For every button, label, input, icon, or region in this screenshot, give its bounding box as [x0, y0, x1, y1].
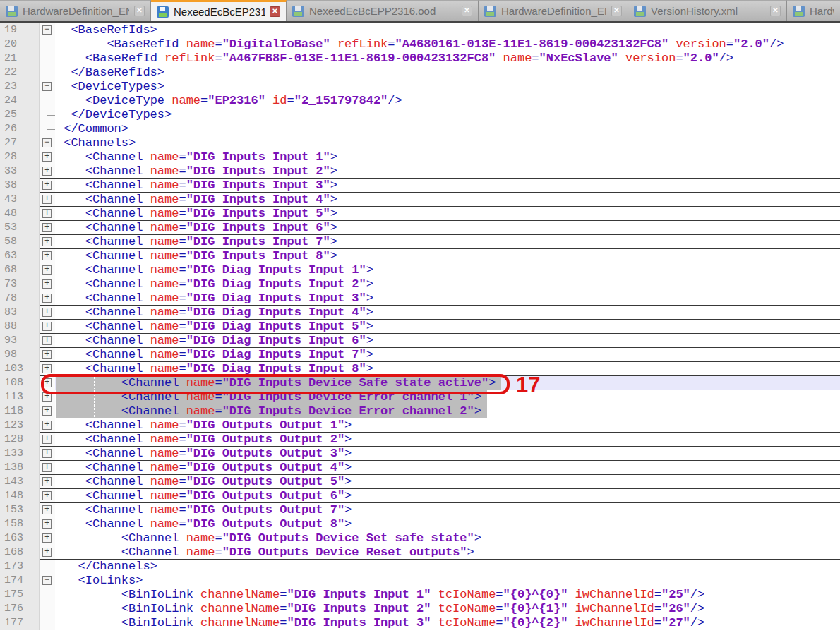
code-text-area[interactable]: <Channel name="DIG Outputs Output 4"> [55, 461, 840, 475]
code-text-area[interactable]: <Channel name="DIG Diag Inputs Input 7"> [55, 348, 840, 362]
fold-expand-icon[interactable]: + [42, 223, 52, 232]
code-text-area[interactable]: </DeviceTypes> [55, 108, 840, 122]
fold-expand-icon[interactable]: + [42, 449, 52, 458]
fold-collapse-icon[interactable]: − [42, 138, 52, 147]
fold-expand-icon[interactable]: + [42, 294, 52, 303]
tab-Hardwa[interactable]: Hardwa [787, 0, 840, 21]
fold-expand-icon[interactable]: + [42, 308, 52, 317]
fold-collapse-icon[interactable]: − [42, 82, 52, 91]
code-text-area[interactable]: <Channel name="DIG Inputs Input 2"> [55, 164, 840, 179]
code-text-area[interactable]: <BinIoLink channelName="DIG Inputs Input… [55, 602, 840, 616]
code-text-area[interactable]: <Channel name="DIG Inputs Input 4"> [55, 193, 840, 207]
close-icon[interactable]: ✕ [770, 6, 781, 16]
fold-expand-icon[interactable]: + [42, 519, 52, 529]
fold-expand-icon[interactable]: + [42, 463, 52, 472]
close-icon[interactable]: ✕ [611, 6, 622, 16]
fold-collapse-icon[interactable]: − [42, 576, 52, 585]
fold-margin [40, 108, 55, 122]
code-text: <BinIoLink channelName="DIG Inputs Input… [55, 588, 704, 602]
fold-expand-icon[interactable]: + [42, 209, 52, 218]
code-text-area[interactable]: <BaseRefIds> [55, 23, 840, 37]
code-text-area[interactable]: <Channel name="DIG Outputs Output 7"> [55, 503, 840, 517]
fold-expand-icon[interactable]: + [42, 505, 52, 514]
code-text-area[interactable]: <Channel name="DIG Diag Inputs Input 5"> [55, 320, 840, 334]
code-text-area[interactable]: <DeviceType name="EP2316" id="2_15179784… [55, 94, 840, 108]
fold-expand-icon[interactable]: + [42, 167, 52, 176]
code-text-area[interactable]: <Channels> [55, 136, 840, 150]
tab-VersionHistory.xml[interactable]: VersionHistory.xml✕ [628, 0, 787, 21]
code-text-area[interactable]: <Channel name="DIG Diag Inputs Input 6"> [55, 334, 840, 348]
code-text: <Channel name="DIG Diag Inputs Input 3"> [55, 291, 373, 306]
fold-expand-icon[interactable]: + [42, 477, 52, 486]
close-icon[interactable]: ✕ [134, 6, 145, 16]
code-text-area[interactable]: <Channel name="DIG Inputs Input 5"> [55, 207, 840, 221]
fold-expand-icon[interactable]: + [42, 265, 52, 275]
fold-expand-icon[interactable]: + [42, 548, 52, 557]
code-text-area[interactable]: <DeviceTypes> [55, 80, 840, 94]
code-text-area[interactable]: <Channel name="DIG Outputs Output 2"> [55, 433, 840, 447]
fold-expand-icon[interactable]: + [42, 237, 52, 246]
fold-connector-line [47, 588, 47, 602]
fold-expand-icon[interactable]: + [42, 421, 52, 430]
code-text-area[interactable]: <Channel name="DIG Inputs Input 3"> [55, 179, 840, 193]
fold-expand-icon[interactable]: + [42, 378, 52, 387]
line-number: 168 [0, 545, 40, 560]
code-text-area[interactable]: <Channel name="DIG Inputs Input 6"> [55, 221, 840, 235]
close-icon[interactable]: ✕ [270, 6, 280, 17]
code-text-area[interactable]: <BinIoLink channelName="DIG Inputs Input… [55, 616, 840, 630]
fold-expand-icon[interactable]: + [42, 533, 52, 543]
tab-HardwareDefinition_EN.xml[interactable]: HardwareDefinition_EN.xml✕ [479, 0, 628, 21]
code-text-area[interactable]: <Channel name="DIG Outputs Output 3"> [55, 447, 840, 461]
fold-expand-icon[interactable]: + [42, 406, 52, 416]
fold-expand-icon[interactable]: + [42, 435, 52, 444]
code-text: <Channel name="DIG Inputs Device Error c… [55, 404, 481, 418]
fold-expand-icon[interactable]: + [42, 350, 52, 359]
code-text-area[interactable]: <Channel name="DIG Diag Inputs Input 2"> [55, 277, 840, 291]
code-text-area[interactable]: <BaseRefId name="DigitalIoBase" refLink=… [55, 37, 840, 52]
line-number: 58 [0, 235, 40, 249]
fold-expand-icon[interactable]: + [42, 251, 52, 260]
code-text-area[interactable]: <Channel name="DIG Outputs Output 5"> [55, 475, 840, 489]
code-text-area[interactable]: <Channel name="DIG Inputs Device Error c… [55, 404, 840, 418]
code-text-area[interactable]: <Channel name="DIG Diag Inputs Input 3"> [55, 291, 840, 306]
code-text-area[interactable]: </Common> [55, 122, 840, 136]
fold-expand-icon[interactable]: + [42, 279, 52, 289]
fold-expand-icon[interactable]: + [42, 336, 52, 345]
code-text-area[interactable]: <Channel name="DIG Outputs Output 6"> [55, 489, 840, 503]
code-text-area[interactable]: <Channel name="DIG Inputs Input 1"> [55, 150, 840, 164]
line-number: 148 [0, 489, 40, 503]
code-text-area[interactable]: <Channel name="DIG Outputs Output 1"> [55, 418, 840, 433]
code-text-area[interactable]: <IoLinks> [55, 574, 840, 588]
tab-HardwareDefinition_EN.xml[interactable]: HardwareDefinition_EN.xml✕ [0, 0, 151, 21]
fold-expand-icon[interactable]: + [42, 152, 52, 162]
fold-expand-icon[interactable]: + [42, 195, 52, 204]
code-text-area[interactable]: <Channel name="DIG Inputs Input 7"> [55, 235, 840, 249]
fold-expand-icon[interactable]: + [42, 392, 52, 402]
collapsed-fold-underline [40, 361, 840, 362]
code-text-area[interactable]: <Channel name="DIG Outputs Device Reset … [55, 545, 840, 560]
code-text-area[interactable]: <Channel name="DIG Diag Inputs Input 4"> [55, 306, 840, 320]
code-text-area[interactable]: <Channel name="DIG Diag Inputs Input 1"> [55, 263, 840, 277]
close-icon[interactable]: ✕ [462, 6, 472, 16]
code-text-area[interactable]: <BinIoLink channelName="DIG Inputs Input… [55, 588, 840, 602]
fold-expand-icon[interactable]: + [42, 491, 52, 500]
tab-NexeedEcBcEP2316.ood[interactable]: NexeedEcBcEP2316.ood✕ [151, 0, 287, 21]
fold-expand-icon[interactable]: + [42, 322, 52, 331]
code-text-area[interactable]: <BaseRefId refLink="A467FB8F-013E-11E1-8… [55, 52, 840, 66]
fold-expand-icon[interactable]: + [42, 364, 52, 373]
fold-collapse-icon[interactable]: − [42, 25, 52, 35]
code-text-area[interactable]: </Channels> [55, 560, 840, 574]
code-text-area[interactable]: <Channel name="DIG Diag Inputs Input 8"> [55, 362, 840, 376]
code-text: <Channel name="DIG Diag Inputs Input 6"> [55, 334, 373, 348]
code-text-area[interactable]: <Channel name="DIG Outputs Device Set sa… [55, 531, 840, 545]
code-text-area[interactable]: <Channel name="DIG Outputs Output 8"> [55, 517, 840, 531]
code-text-area[interactable]: </BaseRefIds> [55, 66, 840, 80]
code-text: <Channel name="DIG Diag Inputs Input 7"> [55, 348, 373, 362]
code-line-118: 118+ <Channel name="DIG Inputs Device Er… [0, 404, 840, 418]
code-text-area[interactable]: <Channel name="DIG Inputs Input 8"> [55, 249, 840, 263]
code-text: <BinIoLink channelName="DIG Inputs Input… [55, 602, 704, 616]
tab-NexeedEcBcEPP2316.ood[interactable]: NexeedEcBcEPP2316.ood✕ [287, 0, 479, 21]
fold-expand-icon[interactable]: + [42, 181, 52, 190]
code-text-area[interactable]: <Channel name="DIG Inputs Device Error c… [55, 390, 840, 404]
code-text-area[interactable]: <Channel name="DIG Inputs Device Safe st… [55, 376, 840, 390]
